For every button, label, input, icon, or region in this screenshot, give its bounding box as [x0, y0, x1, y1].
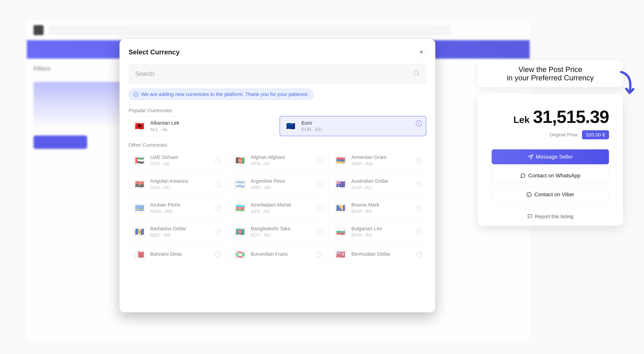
close-button[interactable]: ✕	[416, 47, 426, 57]
other-currency-4[interactable]: 🇦🇷Argentine PesoARS - AR	[229, 174, 326, 194]
flag-icon: 🇧🇮	[234, 250, 246, 260]
currency-name: Afghan Afghani	[251, 154, 285, 160]
currency-code: ALL - AL	[150, 127, 179, 132]
flag-icon: 🇦🇱	[133, 121, 146, 131]
currency-code: ARS - AR	[251, 185, 285, 190]
currency-code: EUR - EU	[302, 127, 322, 132]
message-seller-button[interactable]: Message Seller	[492, 149, 609, 164]
popular-currency-1[interactable]: 🇪🇺EuroEUR - EU✓	[280, 116, 426, 136]
currency-code: AMD - AM	[351, 161, 386, 166]
clock-icon	[316, 252, 322, 257]
clock-icon	[416, 181, 422, 187]
clock-icon	[416, 229, 422, 235]
currency-name: Azerbaijani Manat	[251, 202, 291, 208]
clock-icon	[215, 205, 221, 211]
other-currency-10[interactable]: 🇧🇩Bangladeshi TakaBDT - BD	[229, 222, 326, 242]
currency-name: Angolan Kwanza	[150, 178, 188, 184]
clock-icon	[215, 181, 221, 187]
currency-code: BDT - BD	[251, 232, 290, 238]
flag-icon: 🇧🇭	[133, 250, 146, 260]
clock-icon	[316, 229, 322, 235]
currency-code: AED - AE	[150, 161, 178, 166]
promo-line2: in your Preferred Currency	[486, 74, 614, 82]
report-listing[interactable]: Report this listing	[484, 214, 616, 219]
flag-icon: 🇧🇲	[334, 250, 347, 260]
other-currency-11[interactable]: 🇧🇬Bulgarian LevBGN - BG	[330, 222, 426, 242]
info-icon: i	[134, 92, 138, 97]
other-currency-8[interactable]: 🇧🇦Bosnia MarkBAM - BA	[330, 198, 426, 218]
other-currency-1[interactable]: 🇦🇫Afghan AfghaniAFN - AF	[229, 151, 326, 170]
viber-button[interactable]: Contact on Viber	[492, 187, 609, 202]
price-symbol: Lek	[514, 114, 530, 125]
other-currency-0[interactable]: 🇦🇪UAE DirhamAED - AE	[128, 151, 225, 170]
price-value: 31,515.39	[533, 107, 609, 127]
other-currency-13[interactable]: 🇧🇮Burundian Franc	[229, 246, 326, 263]
svg-point-0	[414, 71, 418, 75]
flag-icon: 🇦🇫	[234, 155, 246, 165]
flag-icon: 🇧🇦	[334, 203, 347, 213]
clock-icon	[316, 158, 322, 163]
search-box[interactable]	[128, 64, 426, 84]
other-currency-5[interactable]: 🇦🇺Australian DollarAUD - AU	[330, 174, 426, 194]
clock-icon	[416, 158, 422, 163]
check-icon: ✓	[416, 120, 422, 126]
currency-name: Bermudian Dollar	[351, 251, 390, 257]
promo-label: View the Post Price in your Preferred Cu…	[478, 60, 623, 87]
clock-icon	[215, 229, 221, 235]
flag-icon: 🇦🇪	[133, 155, 146, 165]
modal-title: Select Currency	[128, 48, 180, 56]
flag-icon	[527, 214, 532, 219]
original-price-label: Original Price:	[550, 132, 579, 137]
original-price-badge: 320.00 €	[582, 130, 609, 139]
clock-icon	[215, 252, 221, 257]
currency-name: Euro	[302, 120, 322, 126]
clock-icon	[416, 252, 422, 257]
currency-name: UAE Dirham	[150, 154, 178, 160]
svg-point-4	[527, 192, 531, 197]
currency-code: AZN - AZ	[251, 209, 291, 214]
clock-icon	[316, 181, 322, 187]
flag-icon: 🇧🇩	[234, 227, 246, 237]
flag-icon: 🇦🇼	[133, 203, 146, 213]
popular-label: Popular Currencies:	[120, 105, 435, 116]
other-currency-7[interactable]: 🇦🇿Azerbaijani ManatAZN - AZ	[229, 198, 326, 218]
other-currency-2[interactable]: 🇦🇲Armenian DramAMD - AM	[330, 151, 426, 170]
clock-icon	[416, 205, 422, 211]
other-label: Other Currencies:	[120, 139, 435, 151]
whatsapp-button[interactable]: Contact on WhatsApp	[492, 168, 609, 183]
currency-name: Bulgarian Lev	[351, 226, 382, 231]
viber-icon	[526, 192, 532, 197]
currency-name: Bahraini Dinar	[150, 251, 182, 257]
currency-code: AOA - AO	[150, 185, 188, 190]
side-panel: View the Post Price in your Preferred Cu…	[472, 60, 636, 226]
currency-name: Bosnia Mark	[351, 202, 379, 208]
currency-code: BAM - BA	[351, 209, 379, 214]
currency-name: Albanian Lek	[150, 120, 179, 126]
flag-icon: 🇦🇲	[334, 155, 347, 165]
clock-icon	[316, 205, 322, 211]
flag-icon: 🇦🇷	[234, 179, 246, 189]
other-currency-14[interactable]: 🇧🇲Bermudian Dollar	[330, 246, 426, 263]
report-label: Report this listing	[535, 214, 574, 219]
clock-icon	[215, 158, 221, 163]
other-currency-12[interactable]: 🇧🇭Bahraini Dinar	[128, 246, 225, 263]
other-currency-9[interactable]: 🇧🇧Barbados DollarBBD - BB	[128, 222, 225, 242]
currency-modal: Select Currency ✕ i We are adding new cu…	[120, 39, 435, 312]
other-currency-6[interactable]: 🇦🇼Aruban FlorinAWG - AW	[128, 198, 225, 218]
currency-code: BBD - BB	[150, 232, 186, 238]
svg-line-1	[418, 74, 419, 75]
currency-name: Australian Dollar	[351, 178, 388, 184]
arrow-icon	[620, 70, 634, 95]
currency-name: Aruban Florin	[150, 202, 180, 208]
search-input[interactable]	[135, 70, 413, 77]
flag-icon: 🇪🇺	[284, 121, 297, 131]
flag-icon: 🇦🇴	[133, 179, 146, 189]
other-currency-3[interactable]: 🇦🇴Angolan KwanzaAOA - AO	[128, 174, 225, 194]
flag-icon: 🇦🇿	[234, 203, 246, 213]
message-seller-label: Message Seller	[536, 154, 573, 160]
whatsapp-label: Contact on WhatsApp	[528, 172, 580, 179]
popular-currency-0[interactable]: 🇦🇱Albanian LekALL - AL	[128, 116, 275, 136]
currency-name: Argentine Peso	[251, 178, 285, 184]
viber-label: Contact on Viber	[534, 191, 574, 198]
currency-name: Barbados Dollar	[150, 226, 186, 231]
